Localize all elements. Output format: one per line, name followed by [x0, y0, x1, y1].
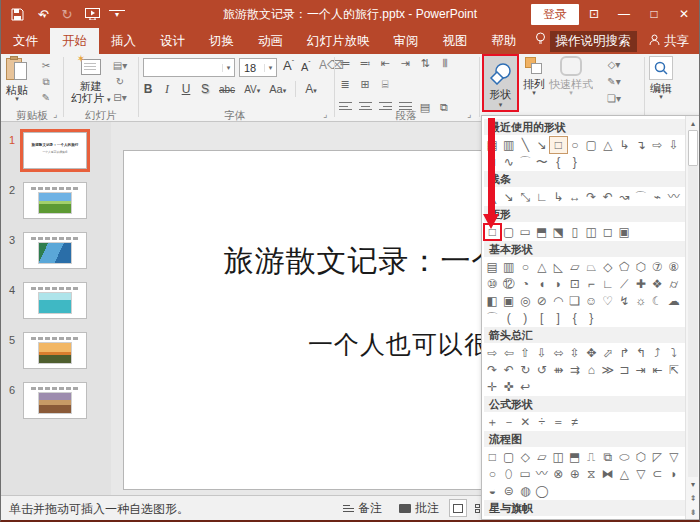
shape-cell[interactable]: ▱ [534, 449, 551, 465]
shape-cell[interactable]: ⊕ [567, 466, 584, 482]
shape-cell[interactable]: ↯ [616, 293, 633, 309]
minimize-icon[interactable]: — [609, 0, 639, 28]
shape-cell[interactable]: ⇤ [649, 362, 666, 378]
shape-cell[interactable]: ○ [517, 259, 534, 275]
shape-cell[interactable]: ☁ [666, 293, 683, 309]
close-icon[interactable]: ✕ [669, 0, 699, 28]
shape-cell[interactable]: ↳ [550, 189, 567, 205]
shape-cell[interactable]: ⬒ [534, 224, 551, 240]
shape-cell[interactable]: ⇻ [550, 362, 567, 378]
tab-审阅[interactable]: 审阅 [382, 28, 431, 54]
shape-cell[interactable]: ◧ [484, 293, 501, 309]
shape-cell[interactable]: ✷ [484, 518, 501, 520]
shape-cell[interactable]: ＋ [484, 414, 501, 430]
customize-qat-icon[interactable]: ▾ [109, 10, 125, 19]
copy-icon[interactable]: ⧉ [37, 75, 55, 88]
shape-cell[interactable]: ❏ [567, 293, 584, 309]
shape-cell[interactable]: ⌐ [583, 276, 600, 292]
cut-icon[interactable]: ✂ [37, 59, 55, 72]
shape-cell[interactable]: ⇩ [534, 345, 551, 361]
shape-cell[interactable]: ❊ [666, 518, 683, 520]
tab-动画[interactable]: 动画 [246, 28, 295, 54]
shape-cell[interactable]: ◍ [517, 483, 534, 499]
slide-thumbnail-5[interactable] [23, 332, 87, 369]
shape-cell[interactable]: ⌒ [633, 189, 650, 205]
shape-cell[interactable]: ↶ [600, 189, 617, 205]
shape-cell[interactable]: ↘ [501, 189, 518, 205]
shape-cell[interactable]: ◻ [600, 224, 617, 240]
shape-cell[interactable]: △ [616, 466, 633, 482]
shape-cell[interactable]: ⌁ [649, 189, 666, 205]
shape-cell[interactable]: ⬒ [567, 449, 584, 465]
font-dialog-launcher[interactable]: ⌟ [323, 109, 327, 119]
underline-button[interactable]: U [181, 82, 191, 96]
font-name-combo[interactable]: ▾ [143, 58, 235, 77]
format-painter-icon[interactable]: ✎ [37, 91, 55, 104]
shape-cell[interactable]: ⊡ [567, 276, 584, 292]
shape-cell[interactable]: ▣ [616, 224, 633, 240]
shape-cell[interactable]: ⊘ [534, 293, 551, 309]
shape-cell[interactable]: ⬯ [501, 466, 518, 482]
shape-cell[interactable]: ⑫ [501, 276, 518, 292]
shape-cell[interactable]: ◒ [484, 483, 501, 499]
shape-cell[interactable]: ✹ [501, 518, 518, 520]
save-icon[interactable] [9, 6, 25, 22]
shape-cell[interactable]: ⌒ [484, 310, 501, 326]
shape-cell[interactable]: ▱ [567, 259, 584, 275]
shapes-button[interactable]: 形状▾ [482, 54, 519, 112]
shape-cell[interactable]: ⇧ [517, 345, 534, 361]
shape-cell[interactable]: ⑩ [484, 276, 501, 292]
shape-cell[interactable]: ↶ [501, 362, 518, 378]
shape-cell[interactable]: ▭ [517, 224, 534, 240]
shape-cell[interactable]: ✺ [649, 518, 666, 520]
shape-cell[interactable]: － [501, 414, 518, 430]
shape-cell[interactable]: ○ [567, 137, 584, 153]
shape-cell[interactable]: ◫ [583, 224, 600, 240]
slide-thumbnail-6[interactable] [23, 382, 87, 419]
italic-button[interactable]: I [162, 82, 172, 97]
shape-cell[interactable]: ⇳ [567, 345, 584, 361]
paragraph-tool-icon[interactable]: ⊞ [359, 78, 371, 91]
shape-cell[interactable]: ☺ [583, 293, 600, 309]
tab-设计[interactable]: 设计 [148, 28, 197, 54]
shape-cell[interactable]: ☆ [534, 518, 551, 520]
shape-cell[interactable]: ( [501, 310, 518, 326]
shape-cell[interactable]: ⧉ [600, 449, 617, 465]
section-icon[interactable]: ⊟▾ [111, 91, 129, 104]
shape-cell[interactable]: ▽ [633, 466, 650, 482]
shape-cell[interactable]: ⌭ [666, 276, 683, 292]
shape-cell[interactable]: ▣ [501, 293, 518, 309]
shape-cell[interactable]: ✶ [550, 518, 567, 520]
shape-cell[interactable]: ☾ [649, 293, 666, 309]
shape-cell[interactable]: ☼ [633, 293, 650, 309]
paragraph-tool-icon[interactable]: ≕ [359, 57, 371, 70]
undo-icon[interactable]: ↶▾ [34, 6, 50, 22]
shape-cell[interactable]: ⇥ [633, 362, 650, 378]
shape-cell[interactable]: ⌂ [583, 362, 600, 378]
comments-button[interactable]: 批注 [399, 500, 439, 517]
slide-thumbnail-1[interactable]: 旅游散文记录：一个人的旅行一个人也可以很快乐 [23, 132, 87, 169]
shape-fill-icon[interactable]: ◇▾ [605, 58, 623, 71]
shape-cell[interactable]: ⇨ [649, 137, 666, 153]
slide-thumbnail-2[interactable] [23, 182, 87, 219]
shape-cell[interactable]: ✜ [501, 379, 518, 395]
shape-cell[interactable]: ⟋ [616, 276, 633, 292]
edit-button[interactable]: 编辑▾ [649, 56, 673, 100]
shape-cell[interactable]: △ [600, 137, 617, 153]
signin-button[interactable]: 登录 [531, 4, 579, 25]
shape-cell[interactable]: ◇ [600, 259, 617, 275]
shape-cell[interactable]: 〰 [666, 189, 683, 205]
shape-cell[interactable]: ❂ [600, 518, 617, 520]
paragraph-tool-icon[interactable]: ⇥ [399, 57, 411, 70]
arrange-button[interactable]: 排列▾ [523, 56, 545, 96]
tab-幻灯片放映[interactable]: 幻灯片放映 [295, 28, 382, 54]
shape-cell[interactable]: ◖ [534, 276, 551, 292]
shape-cell[interactable]: ↰ [633, 345, 650, 361]
shape-cell[interactable]: ⊐ [616, 362, 633, 378]
scrollbar-thumb[interactable] [688, 130, 698, 166]
shape-cell[interactable]: ⇉ [567, 362, 584, 378]
scrollbar-track[interactable] [688, 166, 698, 477]
font-color-button[interactable]: A▾ [305, 82, 317, 96]
shape-cell[interactable]: ⎍ [583, 449, 600, 465]
shape-cell[interactable]: ⑦ [649, 259, 666, 275]
